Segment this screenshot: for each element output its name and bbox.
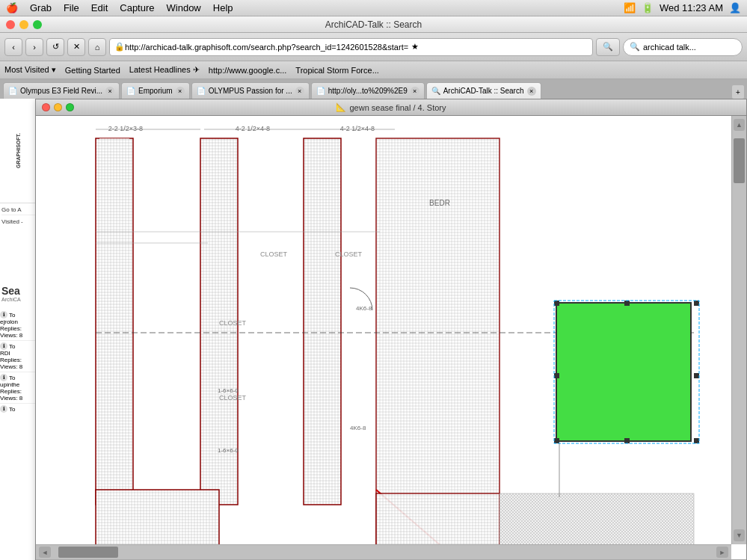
archicad-window: 📐 gewn sease final / 4. Story (35, 99, 747, 560)
archicad-title-bar: 📐 gewn sease final / 4. Story (36, 99, 746, 116)
minimize-button[interactable] (19, 20, 28, 29)
svg-rect-49 (694, 438, 699, 443)
tab-label-3: http://oly...to%209%2E9 (328, 87, 408, 95)
floor-plan-svg: 2-2 1/2×3-8 4-2 1/2×4-8 4-2 1/2×4-8 (36, 116, 746, 559)
svg-text:4-2 1/2×4-8: 4-2 1/2×4-8 (236, 125, 270, 132)
help-menu[interactable]: Help (213, 2, 233, 13)
tab-close-2[interactable]: × (295, 87, 304, 96)
edit-menu[interactable]: Edit (91, 2, 108, 13)
url-text: http://archicad-talk.graphisoft.com/sear… (125, 43, 408, 52)
svg-rect-43 (624, 301, 630, 306)
new-tab-button[interactable]: + (732, 85, 744, 99)
svg-text:BEDR: BEDR (429, 199, 450, 207)
topic-item-1: ℹ To RDI Replies: Views: 8 (0, 341, 37, 372)
visited-label: Visited - (1, 218, 35, 225)
menu-bar: 🍎 Grab File Edit Capture Window Help 📶 🔋… (0, 0, 747, 16)
url-bar[interactable]: 🔒 http://archicad-talk.graphisoft.com/se… (109, 38, 593, 56)
svg-rect-45 (554, 373, 559, 378)
vertical-scrollbar[interactable]: ▲ ▼ (731, 116, 746, 544)
topic-item-0: ℹ To ejrolon Replies: Views: 8 (0, 310, 37, 341)
tab-icon-2: 📄 (197, 87, 206, 95)
bookmark-headlines[interactable]: Latest Headlines ✈ (129, 65, 200, 75)
svg-text:4K6-8: 4K6-8 (350, 425, 366, 431)
tab-icon-4: 🔍 (431, 87, 440, 95)
maximize-button[interactable] (33, 20, 42, 29)
archicad-minimize-button[interactable] (54, 103, 62, 111)
topic-item-3: ℹ To (0, 404, 37, 414)
bookmark-getting-started[interactable]: Getting Started (65, 66, 120, 75)
svg-rect-23 (304, 138, 341, 505)
capture-menu[interactable]: Capture (120, 2, 154, 13)
bookmark-icon[interactable]: ★ (411, 42, 419, 52)
goto-label: Go to A (1, 205, 35, 215)
tab-3[interactable]: 📄 http://oly...to%209%2E9 × (311, 82, 425, 99)
topic-list: ℹ To ejrolon Replies: Views: 8 ℹ To RDI … (0, 310, 37, 414)
title-bar: ArchiCAD-Talk :: Search (0, 16, 747, 33)
bookmarks-bar: Most Visited ▾ Getting Started Latest He… (0, 61, 747, 79)
navigation-toolbar: ‹ › ↺ ✕ ⌂ 🔒 http://archicad-talk.graphis… (0, 33, 747, 61)
search-bar[interactable]: 🔍 archicad talk... (623, 38, 743, 56)
tab-label-1: Emporium (138, 87, 173, 95)
tab-label-0: Olympus E3 Field Revi... (20, 87, 102, 95)
reload-button[interactable]: ↺ (46, 38, 64, 56)
bookmark-most-visited[interactable]: Most Visited ▾ (4, 65, 56, 75)
horizontal-scrollbar[interactable]: ◄ ► (36, 544, 731, 559)
svg-rect-44 (694, 301, 699, 306)
tab-0[interactable]: 📄 Olympus E3 Field Revi... × (3, 82, 120, 99)
zoom-button[interactable]: 🔍 (596, 38, 620, 56)
svg-text:CLOSET: CLOSET (219, 319, 247, 327)
user-icon: 👤 (729, 2, 741, 13)
tab-4[interactable]: 🔍 ArchiCAD-Talk :: Search × (426, 82, 541, 99)
wifi-icon: 📶 (624, 2, 636, 13)
back-button[interactable]: ‹ (4, 38, 22, 56)
tab-close-4[interactable]: × (527, 87, 536, 96)
archicad-short-label: ArchiCA (1, 297, 35, 302)
svg-text:4-2 1/2×4-8: 4-2 1/2×4-8 (340, 125, 375, 132)
tab-icon-1: 📄 (126, 87, 135, 95)
close-button[interactable] (6, 20, 15, 29)
tab-icon-0: 📄 (8, 87, 17, 95)
tab-close-0[interactable]: × (105, 87, 114, 96)
svg-rect-48 (624, 438, 630, 443)
archicad-close-button[interactable] (42, 103, 50, 111)
forum-sidebar: GRAPHISOFT. Go to A Visited - Sea ArchiC… (0, 99, 37, 560)
window-controls (6, 20, 42, 29)
graphisoft-logo-area: GRAPHISOFT. (0, 99, 37, 203)
forward-button[interactable]: › (25, 38, 43, 56)
content-area: GRAPHISOFT. Go to A Visited - Sea ArchiC… (0, 99, 747, 560)
tabs-bar: 📄 Olympus E3 Field Revi... × 📄 Emporium … (0, 79, 747, 99)
archicad-canvas[interactable]: 2-2 1/2×3-8 4-2 1/2×4-8 4-2 1/2×4-8 (36, 116, 746, 559)
stop-button[interactable]: ✕ (67, 38, 85, 56)
battery-icon: 🔋 (642, 2, 654, 13)
home-button[interactable]: ⌂ (88, 38, 106, 56)
svg-rect-42 (554, 301, 559, 306)
svg-rect-47 (554, 438, 559, 443)
archicad-maximize-button[interactable] (66, 103, 74, 111)
tab-1[interactable]: 📄 Emporium × (121, 82, 190, 99)
file-menu[interactable]: File (64, 2, 79, 13)
bookmark-google[interactable]: http://www.google.c... (209, 66, 287, 75)
grab-menu[interactable]: Grab (30, 2, 52, 13)
tab-2[interactable]: 📄 OLYMPUS Passion for ... × (191, 82, 310, 99)
search-placeholder: archicad talk... (643, 43, 696, 52)
svg-text:2-2 1/2×3-8: 2-2 1/2×3-8 (108, 125, 143, 132)
tab-icon-3: 📄 (316, 87, 325, 95)
svg-rect-46 (694, 373, 699, 378)
tab-close-1[interactable]: × (176, 87, 185, 96)
svg-text:CLOSET: CLOSET (260, 250, 288, 258)
svg-rect-21 (99, 138, 129, 505)
tab-label-2: OLYMPUS Passion for ... (209, 87, 292, 95)
tab-close-3[interactable]: × (411, 87, 419, 96)
window-menu[interactable]: Window (167, 2, 201, 13)
apple-menu[interactable]: 🍎 (6, 2, 18, 13)
bookmark-tropical[interactable]: Tropical Storm Force... (295, 66, 378, 75)
graphisoft-logo-text: GRAPHISOFT. (16, 133, 21, 168)
forum-nav: Go to A Visited - Sea ArchiCA (0, 203, 37, 304)
svg-text:4K6-8: 4K6-8 (356, 305, 372, 312)
archicad-window-controls (42, 103, 74, 111)
browser-window: ArchiCAD-Talk :: Search ‹ › ↺ ✕ ⌂ 🔒 http… (0, 16, 747, 560)
svg-text:CLOSET: CLOSET (219, 394, 247, 401)
search-label: Sea (1, 285, 35, 297)
tab-label-4: ArchiCAD-Talk :: Search (443, 87, 524, 95)
svg-text:1-6×6-0: 1-6×6-0 (218, 447, 239, 454)
